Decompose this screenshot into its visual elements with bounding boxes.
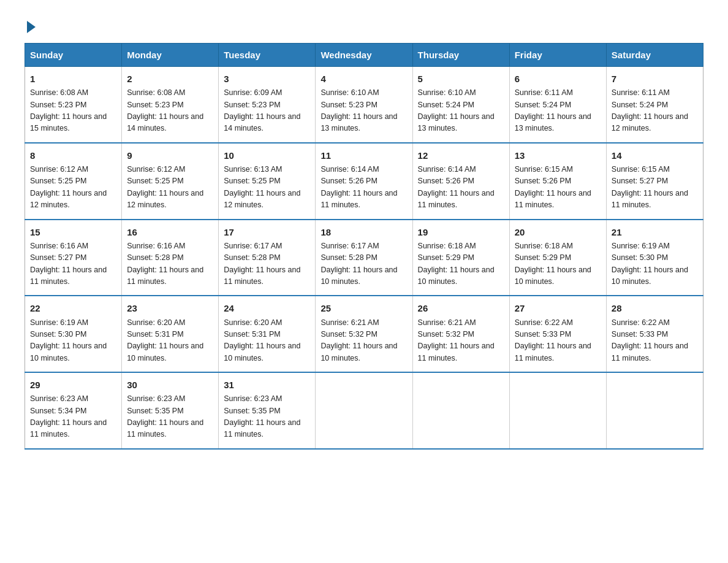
sunrise-text: Sunrise: 6:20 AM bbox=[127, 318, 185, 327]
calendar-cell: 29Sunrise: 6:23 AMSunset: 5:34 PMDayligh… bbox=[25, 372, 122, 449]
day-number: 8 bbox=[30, 148, 116, 163]
sunset-text: Sunset: 5:25 PM bbox=[30, 177, 86, 185]
day-number: 24 bbox=[224, 301, 310, 315]
sunrise-text: Sunrise: 6:14 AM bbox=[418, 165, 476, 174]
calendar-cell: 24Sunrise: 6:20 AMSunset: 5:31 PMDayligh… bbox=[219, 296, 316, 372]
calendar-week-row: 8Sunrise: 6:12 AMSunset: 5:25 PMDaylight… bbox=[25, 143, 703, 220]
sunset-text: Sunset: 5:31 PM bbox=[127, 330, 183, 339]
sunset-text: Sunset: 5:28 PM bbox=[224, 253, 280, 262]
sunset-text: Sunset: 5:31 PM bbox=[224, 330, 280, 339]
sunset-text: Sunset: 5:25 PM bbox=[127, 177, 183, 185]
sunrise-text: Sunrise: 6:21 AM bbox=[418, 318, 476, 327]
daylight-text: Daylight: 11 hours and 14 minutes. bbox=[224, 112, 300, 132]
calendar-cell: 17Sunrise: 6:17 AMSunset: 5:28 PMDayligh… bbox=[219, 220, 316, 296]
sunrise-text: Sunrise: 6:23 AM bbox=[224, 394, 282, 403]
day-number: 2 bbox=[127, 72, 213, 86]
calendar-week-row: 15Sunrise: 6:16 AMSunset: 5:27 PMDayligh… bbox=[25, 220, 703, 296]
daylight-text: Daylight: 11 hours and 10 minutes. bbox=[418, 266, 495, 286]
calendar-week-row: 22Sunrise: 6:19 AMSunset: 5:30 PMDayligh… bbox=[25, 296, 703, 372]
calendar-cell: 19Sunrise: 6:18 AMSunset: 5:29 PMDayligh… bbox=[412, 220, 509, 296]
calendar-cell: 15Sunrise: 6:16 AMSunset: 5:27 PMDayligh… bbox=[25, 220, 122, 296]
calendar-cell: 1Sunrise: 6:08 AMSunset: 5:23 PMDaylight… bbox=[25, 67, 122, 143]
calendar-cell: 3Sunrise: 6:09 AMSunset: 5:23 PMDaylight… bbox=[219, 67, 316, 143]
sunset-text: Sunset: 5:30 PM bbox=[612, 253, 668, 262]
sunset-text: Sunset: 5:24 PM bbox=[612, 101, 668, 109]
day-number: 1 bbox=[30, 72, 116, 86]
sunset-text: Sunset: 5:23 PM bbox=[224, 101, 280, 109]
sunset-text: Sunset: 5:23 PM bbox=[320, 101, 377, 109]
calendar-cell: 6Sunrise: 6:11 AMSunset: 5:24 PMDaylight… bbox=[509, 67, 606, 143]
daylight-text: Daylight: 11 hours and 12 minutes. bbox=[612, 112, 688, 132]
sunset-text: Sunset: 5:33 PM bbox=[612, 330, 668, 339]
day-number: 30 bbox=[127, 378, 213, 392]
sunset-text: Sunset: 5:32 PM bbox=[320, 330, 377, 339]
calendar-cell: 30Sunrise: 6:23 AMSunset: 5:35 PMDayligh… bbox=[122, 372, 219, 449]
calendar-cell: 31Sunrise: 6:23 AMSunset: 5:35 PMDayligh… bbox=[219, 372, 316, 449]
sunrise-text: Sunrise: 6:23 AM bbox=[127, 394, 185, 403]
sunrise-text: Sunrise: 6:18 AM bbox=[418, 242, 476, 250]
sunrise-text: Sunrise: 6:08 AM bbox=[30, 88, 88, 97]
logo bbox=[25, 18, 36, 31]
calendar-cell: 23Sunrise: 6:20 AMSunset: 5:31 PMDayligh… bbox=[122, 296, 219, 372]
calendar-cell: 27Sunrise: 6:22 AMSunset: 5:33 PMDayligh… bbox=[509, 296, 606, 372]
sunrise-text: Sunrise: 6:15 AM bbox=[515, 165, 573, 174]
sunrise-text: Sunrise: 6:23 AM bbox=[30, 394, 88, 403]
day-number: 23 bbox=[127, 301, 213, 315]
day-number: 5 bbox=[418, 72, 504, 86]
calendar-cell: 18Sunrise: 6:17 AMSunset: 5:28 PMDayligh… bbox=[316, 220, 412, 296]
sunrise-text: Sunrise: 6:14 AM bbox=[320, 165, 379, 174]
calendar-cell: 28Sunrise: 6:22 AMSunset: 5:33 PMDayligh… bbox=[606, 296, 703, 372]
sunrise-text: Sunrise: 6:11 AM bbox=[515, 88, 573, 97]
sunset-text: Sunset: 5:23 PM bbox=[127, 101, 183, 109]
sunrise-text: Sunrise: 6:10 AM bbox=[320, 88, 379, 97]
sunset-text: Sunset: 5:33 PM bbox=[515, 330, 571, 339]
day-number: 15 bbox=[30, 225, 116, 239]
calendar-cell: 25Sunrise: 6:21 AMSunset: 5:32 PMDayligh… bbox=[316, 296, 412, 372]
calendar-week-row: 29Sunrise: 6:23 AMSunset: 5:34 PMDayligh… bbox=[25, 372, 703, 449]
day-number: 18 bbox=[320, 225, 407, 239]
sunrise-text: Sunrise: 6:19 AM bbox=[30, 318, 88, 327]
calendar-week-row: 1Sunrise: 6:08 AMSunset: 5:23 PMDaylight… bbox=[25, 67, 703, 143]
day-number: 28 bbox=[612, 301, 698, 315]
calendar-cell: 20Sunrise: 6:18 AMSunset: 5:29 PMDayligh… bbox=[509, 220, 606, 296]
day-number: 6 bbox=[515, 72, 601, 86]
sunrise-text: Sunrise: 6:16 AM bbox=[127, 242, 185, 250]
calendar-header-row: SundayMondayTuesdayWednesdayThursdayFrid… bbox=[25, 44, 703, 67]
daylight-text: Daylight: 11 hours and 10 minutes. bbox=[127, 342, 203, 362]
calendar-cell: 11Sunrise: 6:14 AMSunset: 5:26 PMDayligh… bbox=[316, 143, 412, 220]
sunset-text: Sunset: 5:27 PM bbox=[30, 253, 86, 262]
calendar-cell: 12Sunrise: 6:14 AMSunset: 5:26 PMDayligh… bbox=[412, 143, 509, 220]
calendar-cell: 26Sunrise: 6:21 AMSunset: 5:32 PMDayligh… bbox=[412, 296, 509, 372]
daylight-text: Daylight: 11 hours and 13 minutes. bbox=[320, 112, 397, 132]
sunrise-text: Sunrise: 6:10 AM bbox=[418, 88, 476, 97]
day-number: 21 bbox=[612, 225, 698, 239]
daylight-text: Daylight: 11 hours and 14 minutes. bbox=[127, 112, 203, 132]
sunrise-text: Sunrise: 6:22 AM bbox=[612, 318, 670, 327]
day-number: 9 bbox=[127, 148, 213, 163]
day-number: 20 bbox=[515, 225, 601, 239]
header-thursday: Thursday bbox=[412, 44, 509, 67]
daylight-text: Daylight: 11 hours and 11 minutes. bbox=[515, 189, 591, 209]
daylight-text: Daylight: 11 hours and 12 minutes. bbox=[30, 189, 107, 209]
sunrise-text: Sunrise: 6:16 AM bbox=[30, 242, 88, 250]
header-monday: Monday bbox=[122, 44, 219, 67]
day-number: 13 bbox=[515, 148, 601, 163]
logo-arrow-icon bbox=[27, 21, 36, 33]
daylight-text: Daylight: 11 hours and 11 minutes. bbox=[30, 266, 107, 286]
sunset-text: Sunset: 5:26 PM bbox=[515, 177, 571, 185]
daylight-text: Daylight: 11 hours and 11 minutes. bbox=[515, 342, 591, 362]
calendar-cell: 22Sunrise: 6:19 AMSunset: 5:30 PMDayligh… bbox=[25, 296, 122, 372]
day-number: 7 bbox=[612, 72, 698, 86]
daylight-text: Daylight: 11 hours and 11 minutes. bbox=[612, 189, 688, 209]
calendar-cell: 5Sunrise: 6:10 AMSunset: 5:24 PMDaylight… bbox=[412, 67, 509, 143]
daylight-text: Daylight: 11 hours and 11 minutes. bbox=[127, 266, 203, 286]
daylight-text: Daylight: 11 hours and 11 minutes. bbox=[418, 342, 495, 362]
calendar-cell: 8Sunrise: 6:12 AMSunset: 5:25 PMDaylight… bbox=[25, 143, 122, 220]
daylight-text: Daylight: 11 hours and 11 minutes. bbox=[224, 418, 300, 439]
sunrise-text: Sunrise: 6:09 AM bbox=[224, 88, 282, 97]
calendar-cell bbox=[509, 372, 606, 449]
sunset-text: Sunset: 5:24 PM bbox=[515, 101, 571, 109]
day-number: 22 bbox=[30, 301, 116, 315]
sunrise-text: Sunrise: 6:13 AM bbox=[224, 165, 282, 174]
header-sunday: Sunday bbox=[25, 44, 122, 67]
